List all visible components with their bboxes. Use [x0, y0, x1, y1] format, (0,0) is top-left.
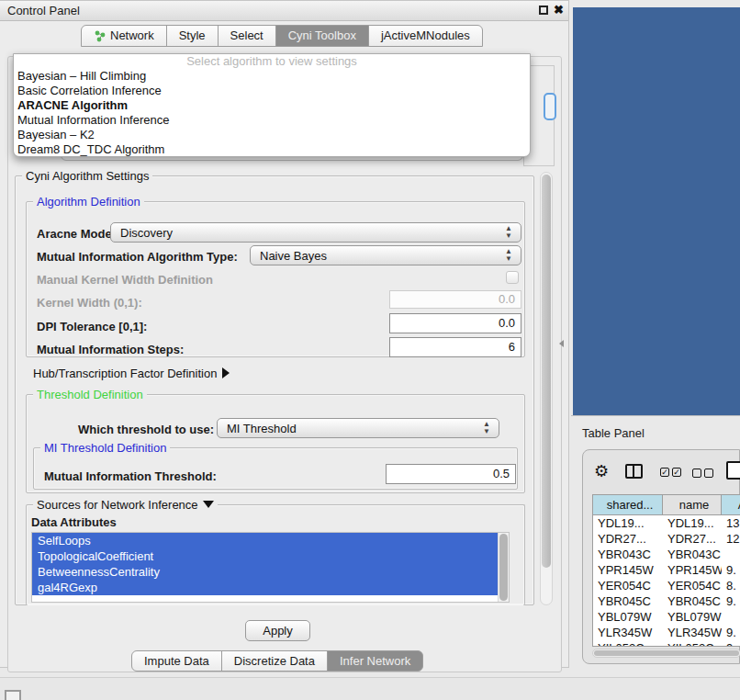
hub-definition-toggle[interactable]: Hub/Transcription Factor Definition — [33, 367, 230, 380]
algorithm-dropdown-popup: Select algorithm to view settings Bayesi… — [13, 53, 531, 157]
table-cell: YBR043C — [593, 547, 663, 562]
attribute-item[interactable]: gal4RGexp — [32, 580, 498, 595]
aracne-mode-value: Discovery — [120, 226, 173, 240]
scrollbar-thumb[interactable] — [499, 534, 508, 601]
columns-icon[interactable] — [625, 464, 643, 479]
table-row[interactable]: YBR043CYBR043C — [593, 547, 740, 562]
mi-steps-field[interactable]: 6 — [389, 337, 521, 357]
column-header-name[interactable]: name — [663, 495, 722, 515]
column-header-cut[interactable]: A — [722, 495, 740, 515]
table-row[interactable]: YPR145WYPR145W9. — [593, 562, 740, 578]
tab-discretize-data[interactable]: Discretize Data — [221, 650, 328, 672]
algorithm-option[interactable]: Bayesian – Hill Climbing — [14, 69, 530, 84]
table-row[interactable]: YDR27...YDR27...12 — [593, 531, 740, 547]
settings-vertical-scrollbar[interactable] — [540, 172, 553, 605]
close-icon[interactable]: ✖ — [554, 3, 564, 17]
clear-all-checks-icon[interactable] — [692, 469, 713, 478]
tab-infer-network[interactable]: Infer Network — [327, 650, 423, 672]
export-table-icon[interactable] — [726, 461, 740, 480]
tab-cyni-toolbox[interactable]: Cyni Toolbox — [275, 25, 369, 47]
table-cell: YLR345W — [663, 625, 722, 640]
algorithm-option[interactable]: Dream8 DC_TDC Algorithm — [14, 142, 530, 157]
aracne-mode-combobox[interactable]: Discovery ▲▼ — [110, 222, 521, 243]
table-row[interactable]: YLR345WYLR345W9. — [593, 625, 740, 640]
tab-network[interactable]: Network — [81, 25, 167, 47]
algorithm-option[interactable]: Mutual Information Inference — [14, 113, 530, 128]
table-cell: YLR345W — [593, 625, 663, 640]
apply-button[interactable]: Apply — [245, 620, 310, 641]
tab-jactivemnodules[interactable]: jActiveMNodules — [368, 25, 483, 47]
kernel-width-field[interactable]: 0.0 — [389, 290, 521, 309]
algorithm-option[interactable]: Basic Correlation Inference — [14, 84, 530, 98]
attribute-item[interactable]: SelfLoops — [32, 533, 498, 548]
table-cell: YBR045C — [593, 593, 663, 609]
spinner-arrows-icon: ▲▼ — [505, 225, 512, 240]
algorithm-option[interactable]: ARACNE Algorithm — [14, 98, 530, 113]
settings-group-title: Cyni Algorithm Settings — [22, 169, 152, 183]
expand-right-icon — [222, 367, 230, 378]
mi-threshold-field[interactable]: 0.5 — [386, 464, 516, 484]
node-table[interactable]: shared... name A YDL19...YDL19...13YDR27… — [592, 494, 740, 647]
control-panel-tabs: NetworkStyleSelectCyni ToolboxjActiveMNo… — [81, 25, 483, 47]
data-attributes-list[interactable]: SelfLoopsTopologicalCoefficientBetweenne… — [31, 532, 510, 603]
gear-icon[interactable]: ⚙ — [594, 461, 609, 481]
table-cell: YDL19... — [663, 515, 722, 531]
scrollbar-thumb[interactable] — [542, 175, 551, 568]
table-row[interactable]: YDL19...YDL19...13 — [593, 515, 740, 531]
which-threshold-label: Which threshold to use: — [78, 423, 214, 436]
table-row[interactable]: YER054CYER054C8. — [593, 578, 740, 593]
sources-title-text: Sources for Network Inference — [37, 498, 198, 512]
attributes-scrollbar[interactable] — [498, 533, 509, 602]
tab-label: jActiveMNodules — [381, 26, 470, 46]
table-panel-title: Table Panel — [582, 426, 645, 440]
mi-type-combobox[interactable]: Naive Bayes ▲▼ — [250, 245, 521, 265]
table-cell: 9. — [722, 562, 740, 578]
algorithm-combobox-focus-edge[interactable] — [544, 93, 556, 120]
table-row[interactable]: YBR045CYBR045C9. — [593, 593, 740, 609]
table-row[interactable]: YIL052CYIL052C9 — [593, 640, 740, 647]
table-cell: 9 — [722, 640, 740, 647]
mi-steps-label: Mutual Information Steps: — [37, 343, 184, 356]
table-row[interactable]: YBL079WYBL079W — [593, 609, 740, 625]
attribute-item[interactable]: BetweennessCentrality — [32, 564, 498, 580]
table-cell: YBL079W — [663, 609, 722, 625]
minimized-panel-icon[interactable] — [5, 690, 21, 700]
table-cell — [722, 547, 740, 562]
algorithm-definition-title: Algorithm Definition — [33, 195, 144, 209]
table-cell: YPR145W — [593, 562, 663, 578]
mi-threshold-label: Mutual Information Threshold: — [44, 469, 217, 483]
tab-style[interactable]: Style — [166, 25, 219, 47]
table-cell: YDL19... — [593, 515, 663, 531]
table-cell: YDR27... — [593, 531, 663, 547]
select-all-checks-icon[interactable]: ✓✓ — [660, 468, 681, 477]
which-threshold-combobox[interactable]: MI Threshold ▲▼ — [217, 418, 499, 438]
table-rows: YDL19...YDL19...13YDR27...YDR27...12YBR0… — [593, 515, 740, 647]
float-window-icon[interactable] — [539, 6, 548, 15]
control-panel-title: Control Panel — [7, 4, 80, 17]
table-cell: YBR043C — [663, 547, 722, 562]
dropdown-placeholder: Select algorithm to view settings — [14, 54, 530, 69]
data-attributes-label: Data Attributes — [31, 515, 117, 529]
table-horizontal-scrollbar[interactable] — [592, 649, 740, 658]
tab-impute-data[interactable]: Impute Data — [131, 650, 222, 672]
mi-threshold-group-title: MI Threshold Definition — [40, 441, 170, 455]
table-header[interactable]: shared... name A — [593, 495, 740, 515]
desktop-background: GALGAL80GAL10GAL1GAL11SWI4GAL4GCY1HAP4YH… — [573, 7, 740, 415]
table-cell: 9. — [722, 625, 740, 640]
sources-group-title[interactable]: Sources for Network Inference — [33, 498, 218, 512]
panel-splitter-handle[interactable] — [559, 340, 564, 347]
tab-select[interactable]: Select — [218, 25, 276, 47]
dpi-tolerance-field[interactable]: 0.0 — [389, 313, 521, 333]
tab-label: Select — [230, 26, 263, 46]
attribute-item[interactable]: TopologicalCoefficient — [32, 548, 498, 564]
collapse-down-icon — [203, 501, 214, 508]
manual-kernel-checkbox[interactable] — [506, 271, 519, 284]
table-cell: 8. — [722, 578, 740, 593]
scrollbar-thumb[interactable] — [594, 650, 739, 656]
control-panel-titlebar[interactable]: Control Panel ✖ — [0, 1, 568, 21]
column-header-shared-name[interactable]: shared... — [593, 495, 663, 515]
spinner-arrows-icon: ▲▼ — [483, 421, 490, 435]
algorithm-option[interactable]: Bayesian – K2 — [14, 128, 530, 142]
spinner-arrows-icon: ▲▼ — [505, 248, 512, 263]
table-cell — [722, 609, 740, 625]
